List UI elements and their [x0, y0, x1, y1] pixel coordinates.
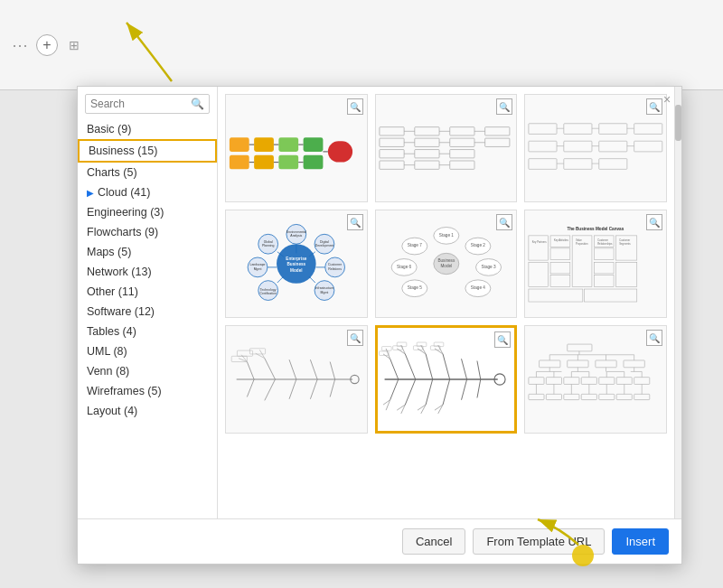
svg-rect-111 [529, 262, 549, 286]
svg-text:Relationships: Relationships [597, 242, 613, 246]
sidebar-item-software-label: Software (12) [87, 305, 155, 318]
insert-button[interactable]: Insert [612, 528, 669, 555]
svg-rect-18 [380, 138, 404, 146]
svg-rect-229 [634, 394, 650, 399]
svg-line-88 [309, 276, 315, 283]
svg-rect-50 [564, 159, 592, 170]
svg-text:Enterprise: Enterprise [286, 257, 306, 261]
svg-text:Technology: Technology [260, 288, 277, 292]
sidebar-item-engineering[interactable]: Engineering (3) [78, 202, 217, 222]
svg-line-138 [310, 359, 317, 379]
sidebar-item-layout-label: Layout (4) [87, 405, 137, 417]
svg-line-156 [426, 354, 433, 379]
svg-rect-48 [634, 141, 662, 152]
add-button[interactable]: + [36, 34, 58, 56]
template-preview-9 [525, 326, 666, 433]
cancel-button[interactable]: Cancel [402, 528, 465, 555]
sidebar-item-tables[interactable]: Tables (4) [78, 322, 217, 341]
svg-text:Business: Business [286, 262, 305, 266]
sidebar-item-cloud[interactable]: ▶ Cloud (41) [78, 182, 217, 202]
sidebar-item-venn[interactable]: Venn (8) [78, 361, 217, 381]
sidebar-item-flowcharts-label: Flowcharts (9) [87, 226, 158, 238]
svg-text:Environmental: Environmental [286, 230, 307, 234]
svg-rect-110 [529, 236, 549, 260]
svg-text:Development: Development [315, 244, 334, 247]
svg-rect-226 [582, 394, 597, 399]
svg-rect-124 [585, 289, 637, 302]
zoom-icon-2[interactable]: 🔍 [496, 98, 512, 115]
svg-rect-114 [550, 262, 570, 273]
sidebar-item-network[interactable]: Network (13) [78, 262, 217, 282]
svg-rect-205 [599, 378, 615, 385]
sidebar-item-basic[interactable]: Basic (9) [78, 119, 217, 139]
sidebar-item-network-label: Network (13) [87, 266, 152, 278]
zoom-icon-7[interactable]: 🔍 [347, 330, 363, 346]
template-grid: 🔍 [218, 87, 674, 518]
template-card-6[interactable]: The Business Model Canvas [524, 210, 667, 318]
sidebar-item-business[interactable]: Business (15) [78, 139, 217, 163]
svg-rect-192 [568, 360, 588, 368]
sidebar-item-flowcharts[interactable]: Flowcharts (9) [78, 222, 217, 242]
sidebar-item-maps[interactable]: Maps (5) [78, 242, 217, 262]
svg-rect-29 [484, 127, 509, 135]
svg-rect-41 [529, 124, 557, 135]
svg-line-169 [405, 379, 415, 405]
sidebar-item-cloud-label: Cloud (41) [98, 186, 150, 199]
sidebar-item-uml[interactable]: UML (8) [78, 341, 217, 361]
template-preview-5: Business Model Stage 1 Stage 2 Stage 3 S… [376, 210, 517, 317]
svg-rect-228 [617, 394, 633, 399]
template-card-5[interactable]: Business Model Stage 1 Stage 2 Stage 3 S… [375, 210, 518, 318]
svg-rect-21 [414, 127, 438, 135]
svg-line-168 [390, 379, 398, 400]
svg-line-139 [330, 362, 334, 379]
svg-text:Digital: Digital [320, 240, 329, 244]
close-button[interactable]: × [660, 92, 674, 107]
scrollbar-thumb[interactable] [675, 105, 681, 141]
sidebar-item-layout[interactable]: Layout (4) [78, 401, 217, 421]
template-card-4[interactable]: Enterprise Business Model Environmental … [225, 210, 368, 318]
sidebar-item-software[interactable]: Software (12) [78, 302, 217, 322]
search-input[interactable] [90, 98, 191, 110]
zoom-icon-1[interactable]: 🔍 [347, 98, 363, 115]
svg-text:Business: Business [437, 258, 455, 263]
zoom-icon-9[interactable]: 🔍 [646, 330, 662, 346]
zoom-icon-5[interactable]: 🔍 [496, 214, 512, 230]
svg-rect-23 [414, 150, 438, 158]
svg-line-136 [265, 359, 276, 379]
from-template-url-button[interactable]: From Template URL [473, 528, 605, 555]
template-card-3[interactable]: 🔍 [524, 94, 667, 202]
svg-rect-7 [304, 137, 324, 152]
template-card-1[interactable]: 🔍 [225, 94, 368, 202]
category-sidebar: 🔍 Basic (9) Business (15) Charts (5) ▶ C… [78, 87, 218, 518]
svg-text:Relations: Relations [328, 267, 342, 271]
zoom-icon-6[interactable]: 🔍 [646, 214, 662, 230]
svg-rect-45 [529, 141, 557, 152]
svg-rect-5 [278, 137, 298, 152]
sidebar-item-venn-label: Venn (8) [87, 365, 129, 378]
zoom-icon-8[interactable]: 🔍 [494, 331, 511, 348]
zoom-icon-4[interactable]: 🔍 [347, 214, 363, 230]
template-preview-2 [376, 95, 517, 201]
svg-rect-118 [595, 248, 615, 259]
svg-rect-190 [568, 344, 592, 351]
svg-rect-44 [634, 124, 662, 135]
sidebar-item-other[interactable]: Other (11) [78, 282, 217, 302]
template-preview-3 [525, 95, 666, 201]
template-card-8[interactable]: 🔍 [375, 325, 518, 434]
svg-text:Mgmt: Mgmt [321, 291, 329, 294]
search-container[interactable]: 🔍 [85, 94, 210, 114]
template-card-9[interactable]: 🔍 [524, 325, 667, 434]
svg-line-137 [289, 359, 296, 379]
svg-rect-20 [380, 161, 404, 169]
svg-text:Analysis: Analysis [290, 234, 302, 238]
template-card-7[interactable]: 🔍 [225, 325, 368, 434]
grid-button[interactable]: ⊞ [65, 36, 83, 54]
scrollbar-track[interactable] [674, 87, 681, 518]
svg-line-144 [247, 379, 254, 397]
svg-line-159 [477, 361, 481, 379]
sidebar-item-charts[interactable]: Charts (5) [78, 163, 217, 182]
template-card-2[interactable]: 🔍 [375, 94, 518, 202]
svg-rect-9 [328, 141, 352, 162]
svg-line-171 [443, 379, 450, 405]
sidebar-item-wireframes[interactable]: Wireframes (5) [78, 381, 217, 401]
